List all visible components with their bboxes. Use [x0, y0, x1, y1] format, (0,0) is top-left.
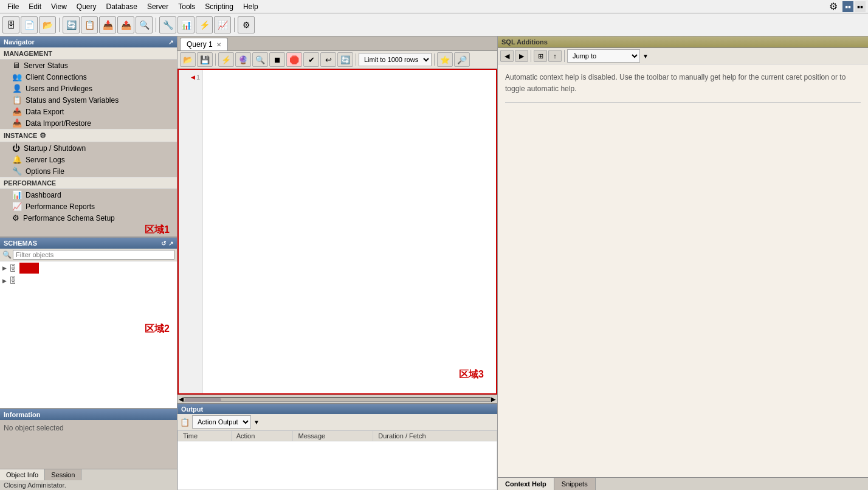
- toolbar-export[interactable]: 📤: [117, 16, 134, 33]
- sql-back-btn[interactable]: ◀: [500, 50, 514, 62]
- line-number-1: ◀ 1: [179, 72, 202, 82]
- toolbar-settings[interactable]: ⚙: [238, 16, 255, 33]
- scroll-left-btn[interactable]: ◀: [179, 396, 184, 402]
- nav-data-export[interactable]: 📤 Data Export: [0, 106, 177, 117]
- menu-query[interactable]: Query: [72, 1, 102, 12]
- schemas-section: SCHEMAS ↺ ↗ 🔍 ▶ 🗄 ▶ 🗄: [0, 238, 177, 408]
- main-toolbar: 🗄 📄 📂 🔄 📋 📥 📤 🔍 🔧 📊 ⚡ 📈 ⚙: [0, 13, 868, 36]
- sql-forward-btn[interactable]: ▶: [515, 50, 528, 62]
- tab-session[interactable]: Session: [45, 469, 81, 480]
- scrollbar-thumb[interactable]: [185, 398, 221, 402]
- menu-database[interactable]: Database: [102, 1, 142, 12]
- nav-performance-reports[interactable]: 📈 Performance Reports: [0, 201, 177, 212]
- query-tab-1[interactable]: Query 1 ✕: [180, 38, 228, 50]
- nav-data-import[interactable]: 📥 Data Import/Restore: [0, 117, 177, 129]
- nav-server-status-label: Server Status: [24, 61, 68, 70]
- information-title: Information: [4, 411, 41, 418]
- qtb-find[interactable]: 🔍: [252, 52, 268, 67]
- menu-server[interactable]: Server: [142, 1, 173, 12]
- menu-view[interactable]: View: [46, 1, 72, 12]
- nav-client-connections[interactable]: 👥 Client Connections: [0, 71, 177, 83]
- toolbar-new-connection[interactable]: 🗄: [2, 16, 19, 33]
- schema-db-icon-1: 🗄: [9, 264, 17, 273]
- nav-users-privileges[interactable]: 👤 Users and Privileges: [0, 83, 177, 94]
- qtb-bookmark[interactable]: ⭐: [437, 52, 453, 67]
- tab-snippets[interactable]: Snippets: [554, 478, 596, 490]
- query-scrollbar[interactable]: ◀ ▶: [177, 395, 497, 403]
- left-panel: Navigator ↗ MANAGEMENT 🖥 Server Status 👥…: [0, 36, 177, 490]
- output-dropdown-arrow[interactable]: ▼: [253, 419, 260, 426]
- schemas-maximize-icon[interactable]: ↗: [168, 240, 173, 247]
- toolbar-open[interactable]: 📂: [39, 16, 56, 33]
- layout-icon-1[interactable]: ▪▪: [842, 1, 853, 12]
- settings-icon[interactable]: ⚙: [829, 1, 838, 12]
- toolbar-new-query[interactable]: 📄: [21, 16, 38, 33]
- nav-options-file[interactable]: 🔧 Options File: [0, 165, 177, 177]
- sql-home-btn[interactable]: ⊞: [534, 50, 547, 62]
- scrollbar-track[interactable]: [184, 397, 491, 402]
- closing-text: Closing Administator.: [0, 480, 177, 490]
- menu-tools[interactable]: Tools: [173, 1, 200, 12]
- output-empty-row: [178, 441, 497, 490]
- sql-jump-arrow[interactable]: ▼: [642, 53, 649, 60]
- nav-status-variables[interactable]: 📋 Status and System Variables: [0, 94, 177, 106]
- schema-item-2[interactable]: ▶ 🗄: [0, 275, 177, 286]
- management-title: MANAGEMENT: [0, 47, 177, 60]
- schemas-filter-input[interactable]: [13, 250, 174, 260]
- sql-search-btn[interactable]: ↑: [548, 50, 562, 62]
- toolbar-table[interactable]: 📋: [81, 16, 98, 33]
- menu-file[interactable]: File: [2, 1, 24, 12]
- qtb-save[interactable]: 💾: [197, 52, 213, 67]
- output-type-select[interactable]: Action Output: [192, 415, 251, 429]
- toolbar-performance[interactable]: ⚡: [196, 16, 213, 33]
- scroll-right-btn[interactable]: ▶: [491, 396, 496, 402]
- menu-scripting[interactable]: Scripting: [200, 1, 238, 12]
- nav-startup-shutdown[interactable]: ⏻ Startup / Shutdown: [0, 142, 177, 154]
- toolbar-search[interactable]: 🔍: [136, 16, 153, 33]
- toolbar-manage[interactable]: 🔧: [159, 16, 176, 33]
- tab-object-info[interactable]: Object Info: [0, 469, 45, 480]
- toolbar-import[interactable]: 📥: [99, 16, 116, 33]
- qtb-commit[interactable]: ✔: [303, 52, 319, 67]
- editor-area[interactable]: [203, 70, 496, 393]
- navigator-header: Navigator ↗: [0, 36, 177, 47]
- qtb-inspect[interactable]: 🔎: [454, 52, 470, 67]
- menu-help[interactable]: Help: [238, 1, 263, 12]
- maximize-icon[interactable]: ↗: [168, 39, 173, 46]
- qtb-sep-1: [215, 53, 216, 66]
- qtb-execute[interactable]: ⚡: [218, 52, 234, 67]
- limit-rows-select[interactable]: Limit to 1000 rows: [359, 53, 432, 66]
- qtb-open-file[interactable]: 📂: [180, 52, 196, 67]
- nav-performance-reports-label: Performance Reports: [26, 202, 95, 211]
- region2-label: 区域2: [145, 323, 170, 336]
- qtb-rollback[interactable]: ↩: [320, 52, 336, 67]
- schemas-refresh-icon[interactable]: ↺: [161, 240, 166, 247]
- output-copy-icon[interactable]: 📋: [180, 418, 190, 427]
- instance-label: INSTANCE: [4, 132, 37, 139]
- query-editor-container: ◀ 1 区域3: [177, 69, 497, 395]
- toolbar-refresh[interactable]: 🔄: [63, 16, 80, 33]
- nav-performance-schema[interactable]: ⚙ Performance Schema Setup: [0, 212, 177, 224]
- nav-startup-shutdown-label: Startup / Shutdown: [24, 144, 86, 153]
- output-header: Output: [177, 404, 497, 414]
- toolbar-monitor[interactable]: 📈: [214, 16, 231, 33]
- qtb-stop[interactable]: ⏹: [269, 52, 285, 67]
- sql-jump-select[interactable]: Jump to: [567, 49, 640, 63]
- schema-db-icon-2: 🗄: [9, 276, 17, 285]
- client-connections-icon: 👥: [12, 72, 22, 81]
- performance-title: PERFORMANCE: [0, 177, 177, 189]
- toolbar-schema[interactable]: 📊: [177, 16, 195, 33]
- qtb-error[interactable]: 🛑: [286, 52, 302, 67]
- nav-dashboard[interactable]: 📊 Dashboard: [0, 189, 177, 201]
- layout-icon-2[interactable]: ▪▪: [855, 1, 866, 12]
- toolbar-separator-2: [156, 18, 156, 32]
- query-tab-1-close[interactable]: ✕: [216, 41, 221, 48]
- schema-item-1[interactable]: ▶ 🗄: [0, 261, 177, 275]
- nav-server-logs[interactable]: 🔔 Server Logs: [0, 154, 177, 165]
- qtb-explain[interactable]: 🔮: [235, 52, 251, 67]
- nav-server-status[interactable]: 🖥 Server Status: [0, 60, 177, 71]
- qtb-toggle-autocommit[interactable]: 🔄: [337, 52, 353, 67]
- menu-edit[interactable]: Edit: [24, 1, 46, 12]
- main-container: Navigator ↗ MANAGEMENT 🖥 Server Status 👥…: [0, 36, 868, 490]
- tab-context-help[interactable]: Context Help: [498, 478, 554, 490]
